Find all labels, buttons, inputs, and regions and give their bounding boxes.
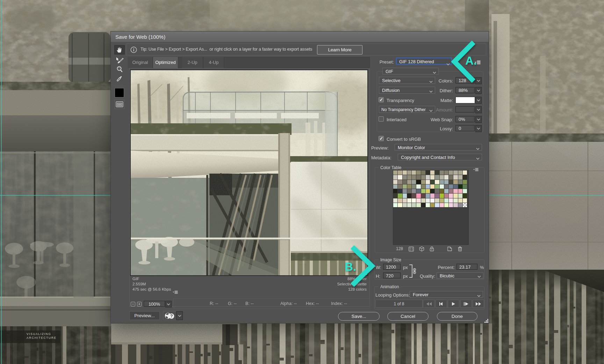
svg-text:B.: B.	[345, 260, 356, 273]
svg-text:A.: A.	[465, 54, 477, 67]
